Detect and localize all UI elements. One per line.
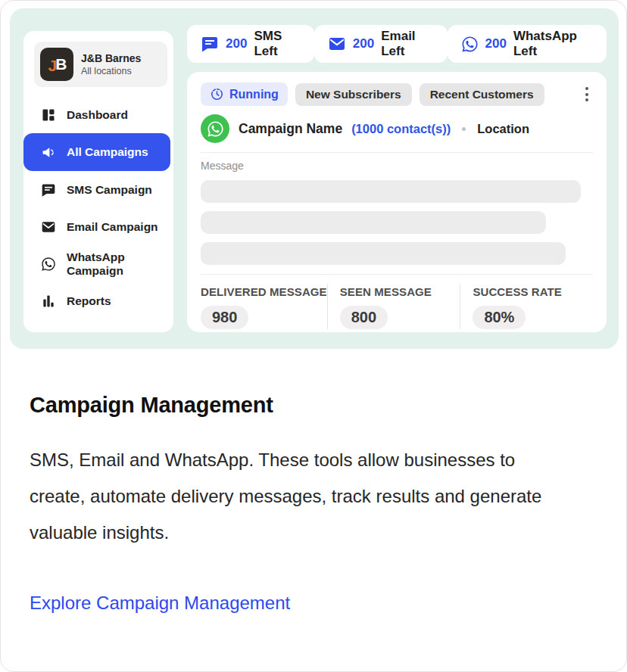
dashboard-icon — [40, 107, 57, 123]
logo-letter-b: B — [55, 55, 65, 73]
email-left-count: 200 — [353, 36, 374, 51]
stat-label: DELIVERED MESSAGE — [201, 285, 327, 298]
explore-campaign-management-link[interactable]: Explore Campaign Management — [30, 593, 290, 614]
running-status-label: Running — [229, 88, 279, 101]
email-icon — [40, 219, 57, 235]
whatsapp-left-count: 200 — [485, 36, 507, 51]
org-switcher[interactable]: JB J&B Barnes All locations — [34, 42, 167, 87]
message-label: Message — [201, 160, 593, 172]
whatsapp-icon — [40, 256, 57, 272]
message-skeleton-bar — [201, 242, 566, 265]
sidebar-item-email-campaign[interactable]: Email Campaign — [34, 208, 166, 245]
whatsapp-outline-icon — [461, 36, 479, 53]
sidebar-item-label: WhatsApp Campaign — [67, 250, 166, 278]
sidebar-item-label: SMS Campaign — [67, 183, 152, 197]
feature-description: SMS, Email and WhatsApp. These tools all… — [30, 442, 563, 551]
stat-label: SUCCESS RATE — [473, 285, 593, 298]
sidebar-item-sms-campaign[interactable]: SMS Campaign — [34, 171, 166, 208]
badge-row: Running New Subscribers Recent Customers — [201, 82, 593, 106]
sidebar-item-dashboard[interactable]: Dashboard — [34, 96, 166, 133]
sidebar-item-whatsapp-campaign[interactable]: WhatsApp Campaign — [34, 245, 166, 282]
stat-value: 980 — [201, 306, 248, 329]
stat-delivered: DELIVERED MESSAGE 980 — [201, 284, 327, 329]
sidebar-item-reports[interactable]: Reports — [34, 282, 166, 319]
sidebar-item-label: Dashboard — [67, 108, 128, 122]
divider — [201, 152, 593, 153]
separator-dot — [462, 127, 466, 131]
stat-seen: SEEN MESSAGE 800 — [327, 284, 460, 329]
email-filled-icon — [328, 35, 346, 53]
email-left-label: Email Left — [381, 29, 433, 59]
sms-left-count: 200 — [226, 36, 247, 51]
campaign-name: Campaign Name — [239, 121, 342, 137]
filter-chip-recent-customers[interactable]: Recent Customers — [420, 83, 544, 106]
sidebar-item-label: Reports — [67, 294, 111, 308]
reports-icon — [40, 293, 57, 310]
filter-chip-new-subscribers[interactable]: New Subscribers — [295, 83, 412, 106]
whatsapp-green-icon — [201, 114, 229, 143]
sms-filled-icon — [201, 35, 219, 53]
sms-left-label: SMS Left — [254, 29, 300, 59]
stat-value: 800 — [340, 306, 388, 329]
dashboard-preview: JB J&B Barnes All locations — [10, 8, 619, 349]
page-title: Campaign Management — [30, 393, 590, 418]
clock-icon — [210, 87, 224, 101]
campaign-header-row: Campaign Name (1000 contact(s)) Location — [201, 114, 593, 143]
message-skeleton-bar — [201, 211, 546, 234]
campaign-location: Location — [477, 122, 529, 136]
stat-success-rate: SUCCESS RATE 80% — [460, 284, 593, 329]
running-status-badge: Running — [201, 82, 288, 106]
org-location: All locations — [81, 66, 141, 76]
sidebar-item-label: Email Campaign — [67, 220, 158, 234]
feature-description-section: Campaign Management SMS, Email and Whats… — [30, 393, 590, 614]
sidebar-item-label: All Campaigns — [67, 145, 148, 159]
sidebar-item-all-campaigns[interactable]: All Campaigns — [23, 133, 170, 171]
credit-pills: 200 SMS Left 200 Email Left — [187, 25, 607, 63]
whatsapp-left-pill[interactable]: 200 WhatsApp Left — [448, 25, 607, 63]
campaign-panel: Running New Subscribers Recent Customers… — [187, 72, 607, 332]
logo-letter-j: J — [48, 57, 56, 75]
jb-logo: JB — [40, 48, 73, 81]
sidebar: JB J&B Barnes All locations — [23, 31, 173, 332]
whatsapp-left-label: WhatsApp Left — [513, 29, 593, 59]
campaign-contacts-link[interactable]: (1000 contact(s)) — [351, 122, 451, 136]
email-left-pill[interactable]: 200 Email Left — [314, 25, 448, 63]
stat-value: 80% — [473, 306, 526, 329]
org-name: J&B Barnes — [81, 52, 141, 64]
campaign-management-card: JB J&B Barnes All locations — [0, 0, 627, 672]
stat-label: SEEN MESSAGE — [340, 285, 460, 298]
message-skeleton-bar — [201, 180, 581, 203]
stats-row: DELIVERED MESSAGE 980 SEEN MESSAGE 800 S… — [201, 284, 593, 329]
kebab-menu-icon[interactable] — [581, 84, 593, 104]
sidebar-nav: Dashboard All Campaigns — [34, 96, 166, 319]
divider — [201, 274, 593, 275]
megaphone-icon — [40, 144, 57, 160]
sms-icon — [40, 182, 57, 198]
sms-left-pill[interactable]: 200 SMS Left — [187, 25, 314, 63]
